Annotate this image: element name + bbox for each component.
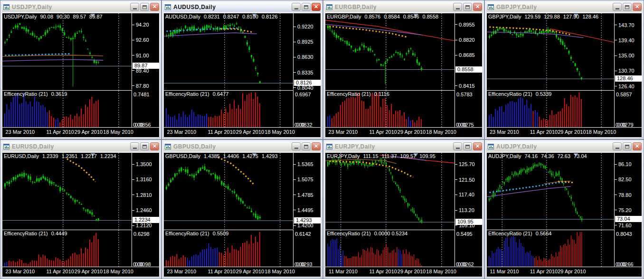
chart-icon[interactable]	[164, 143, 171, 150]
maximize-button[interactable]	[140, 142, 149, 150]
price-pane[interactable]: AUDUSD,Daily0.82310.82470.81000.8126	[164, 13, 294, 90]
indicator-scale-top: 0.8043	[616, 231, 632, 237]
maximize-button[interactable]	[463, 3, 472, 11]
window-controls: ✕	[292, 142, 321, 150]
window-controls: ✕	[292, 3, 321, 11]
scale-tick: 135.00	[615, 53, 635, 58]
minimize-button[interactable]	[292, 3, 301, 11]
price-scale[interactable]: 1.4293 0.6142 0.00 0.0293 1.53651.50751.…	[294, 153, 321, 267]
minimize-button[interactable]	[453, 142, 462, 150]
time-axis[interactable]: 23 Mar 201011 Apr 201029 Apr 201018 May …	[2, 127, 159, 137]
date-label: 11 Mar 2010	[329, 269, 358, 274]
indicator-pane[interactable]: EfficencyRatio (21)0.6477	[164, 90, 294, 128]
indicator-pane[interactable]: EfficencyRatio (21)0.5509	[164, 230, 294, 267]
maximize-button[interactable]	[623, 3, 632, 11]
close-button[interactable]: ✕	[473, 3, 482, 11]
minimize-button[interactable]	[292, 142, 301, 150]
tick-mark	[615, 86, 617, 86]
price-scale[interactable]: 0.8126 0.6967 0.00 0.0832 0.92200.89250.…	[294, 13, 321, 128]
price-scale[interactable]: 1.2234 0.6298 0.00 0.0098 1.35001.31601.…	[132, 153, 159, 267]
indicator-label: EfficencyRatio (21)	[327, 91, 371, 97]
price-pane[interactable]: EURUSD,Daily1.23391.23511.22171.2234	[2, 153, 132, 229]
close-button[interactable]: ✕	[633, 3, 642, 11]
ohlc-close: 109.95	[419, 153, 436, 159]
tick-label: 0.8925	[297, 39, 313, 45]
window-titlebar[interactable]: AUDUSD,Daily ✕	[163, 2, 321, 12]
window-titlebar[interactable]: EURGBP,Daily ✕	[325, 2, 483, 12]
ohlc-symbol-period: EURGBP,Daily	[327, 14, 361, 19]
indicator-pane[interactable]: EfficencyRatio (21)0.1116	[325, 90, 455, 128]
price-pane[interactable]: AUDJPY,Daily74.1674.3672.6373.04	[487, 153, 615, 229]
minimize-button[interactable]	[613, 142, 622, 150]
price-scale[interactable]: 89.87 0.7481 0.00 0.0856 94.2092.6091.00…	[132, 13, 159, 128]
indicator-pane[interactable]: EfficencyRatio (21)0.3619	[2, 90, 132, 128]
close-button[interactable]: ✕	[633, 142, 642, 150]
close-icon: ✕	[314, 144, 318, 149]
ohlc-symbol-period: GBPJPY,Daily	[488, 14, 521, 19]
chart-icon[interactable]	[2, 4, 10, 10]
indicator-info: EfficencyRatio (21)0.0000 0.5234	[327, 231, 411, 236]
price-pane[interactable]: EURJPY,Daily111.15111.37109.57109.95	[325, 153, 455, 229]
price-pane[interactable]: GBPJPY,Daily129.59129.88127.90128.46	[487, 13, 615, 90]
ohlc-info: USDJPY,Daily90.0890.3089.5789.87	[4, 14, 106, 19]
chart-icon[interactable]	[325, 4, 333, 10]
close-button[interactable]: ✕	[150, 3, 159, 11]
indicator-pane[interactable]: EfficencyRatio (21)0.4449	[2, 230, 132, 267]
chart-icon[interactable]	[487, 143, 494, 150]
tick-mark	[615, 164, 617, 165]
time-axis[interactable]: 23 Mar 201011 Apr 201029 Apr 201018 May …	[2, 267, 159, 277]
time-axis[interactable]: 11 Mar 201011 Apr 201029 Apr 2010	[487, 267, 642, 277]
maximize-icon	[142, 145, 147, 149]
tick-label: 143.70	[618, 22, 635, 28]
chart-icon[interactable]	[164, 4, 171, 10]
tick-mark	[455, 85, 457, 86]
indicator-pane[interactable]: EfficencyRatio (21)0.5339	[487, 90, 615, 128]
minimize-button[interactable]	[130, 142, 139, 150]
time-axis[interactable]: 23 Mar 201011 Apr 201029 Apr 201018 May …	[487, 127, 642, 137]
window-titlebar[interactable]: GBPJPY,Daily ✕	[486, 2, 642, 12]
time-axis[interactable]: 23 Mar 201011 Apr 201029 Apr 201018 May …	[164, 127, 321, 137]
chart-icon[interactable]	[2, 143, 10, 150]
maximize-button[interactable]	[302, 142, 311, 150]
window-titlebar[interactable]: GBPUSD,Daily ✕	[163, 141, 321, 151]
window-titlebar[interactable]: AUDJPY,Daily ✕	[486, 141, 642, 151]
window-titlebar[interactable]: USDJPY,Daily ✕	[2, 2, 160, 12]
close-button[interactable]: ✕	[473, 142, 482, 150]
indicator-pane[interactable]: EfficencyRatio (21)0.0000 0.5234	[325, 230, 455, 267]
window-titlebar[interactable]: EURJPY,Daily ✕	[325, 141, 483, 151]
scale-tick: 0.8925	[294, 39, 313, 45]
chart-icon[interactable]	[325, 143, 333, 150]
maximize-button[interactable]	[302, 3, 311, 11]
time-axis[interactable]: 11 Mar 201011 Apr 201029 Apr 201018 May …	[325, 267, 482, 277]
close-button[interactable]: ✕	[150, 142, 159, 150]
indicator-pane[interactable]: EfficencyRatio (21)0.5664	[487, 230, 615, 267]
price-scale[interactable]: 128.46 0.5857 0.00 0.0279 143.70139.4013…	[615, 13, 642, 128]
price-scale[interactable]: 0.8558 0.5783 0.00 0.0275 0.89550.88200.…	[455, 13, 482, 128]
minimize-button[interactable]	[613, 3, 622, 11]
minimize-button[interactable]	[130, 3, 139, 11]
chart-window: GBPJPY,Daily ✕ GBPJPY,Daily129.59129.881…	[484, 0, 644, 140]
tick-mark	[132, 40, 134, 40]
tick-mark	[615, 195, 617, 195]
price-pane[interactable]: EURGBP,Daily0.85760.85840.85460.8558	[325, 13, 455, 90]
window-title: AUDUSD,Daily	[173, 4, 290, 10]
close-button[interactable]: ✕	[312, 142, 321, 150]
maximize-button[interactable]	[463, 142, 472, 150]
close-button[interactable]: ✕	[312, 3, 321, 11]
ohlc-low: 89.57	[73, 14, 86, 19]
scale-tick: 78.80	[615, 192, 632, 198]
minimize-button[interactable]	[453, 3, 462, 11]
price-pane[interactable]: USDJPY,Daily90.0890.3089.5789.87	[2, 13, 132, 90]
ohlc-symbol-period: AUDJPY,Daily	[488, 153, 521, 159]
window-titlebar[interactable]: EURUSD,Daily ✕	[2, 141, 160, 151]
price-scale[interactable]: 73.04 0.8043 0.00 0.0266 86.1082.5078.80…	[615, 153, 642, 267]
maximize-button[interactable]	[623, 142, 632, 150]
maximize-button[interactable]	[140, 3, 149, 11]
time-axis[interactable]: 23 Mar 201011 Apr 201029 Apr 201018 May …	[164, 267, 321, 277]
tick-mark	[455, 24, 457, 25]
price-scale[interactable]: 109.95 0.5495 0.00 0.0262 125.70121.5011…	[455, 153, 482, 267]
price-pane[interactable]: GBPUSD,Daily1.43851.44061.42751.4293	[164, 153, 294, 229]
chart-window: GBPUSD,Daily ✕ GBPUSD,Daily1.43851.44061…	[161, 140, 323, 279]
chart-icon[interactable]	[487, 4, 494, 10]
time-axis[interactable]: 23 Mar 201011 Apr 201029 Apr 201018 May …	[325, 127, 482, 137]
